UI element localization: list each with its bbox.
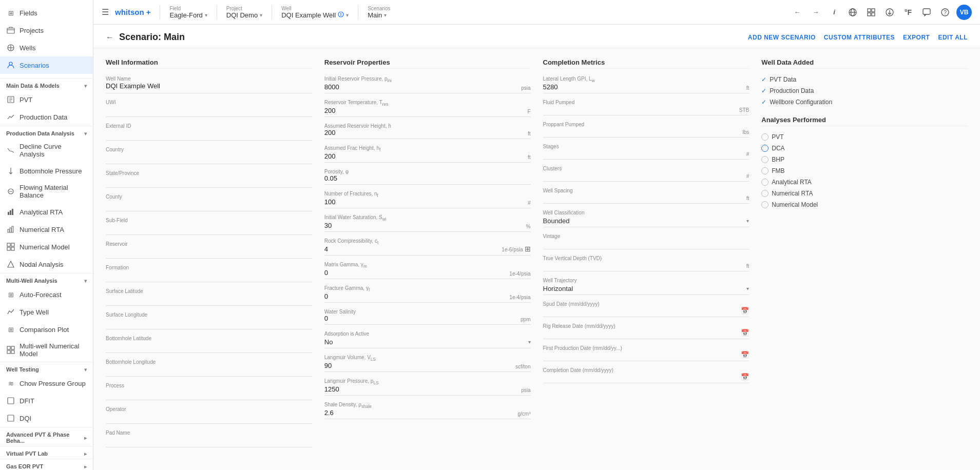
adsorption-dropdown[interactable]: No ▾ <box>324 338 531 348</box>
sidebar-item-scenarios[interactable]: Scenarios <box>0 56 93 74</box>
clusters-value[interactable] <box>543 171 562 179</box>
project-dropdown[interactable]: DQI Demo ▾ <box>226 11 262 19</box>
sidebar-item-nodal-analysis[interactable]: Nodal Analysis <box>0 256 93 273</box>
sidebar-section-main-data-models[interactable]: Main Data & Models ▾ <box>0 79 93 91</box>
sidebar-item-multi-well-numerical[interactable]: Multi-well Numerical Model <box>0 338 93 362</box>
stages-value[interactable] <box>543 149 559 157</box>
well-dropdown-chevron: ▾ <box>346 12 349 18</box>
sidebar-section-well-testing[interactable]: Well Testing ▾ <box>0 362 93 375</box>
well-trajectory-dropdown[interactable]: Horizontal ▾ <box>543 285 750 295</box>
sidebar-item-fields[interactable]: ⊞ Fields <box>0 4 93 22</box>
rig-release-date-value[interactable] <box>543 329 616 337</box>
back-nav-icon[interactable]: ← <box>790 5 804 19</box>
fluid-pumped-value[interactable] <box>543 105 575 113</box>
uwi-value[interactable] <box>106 106 312 117</box>
temperature-icon[interactable]: °F <box>901 5 915 19</box>
operator-value[interactable] <box>106 413 312 424</box>
first-production-date-value[interactable] <box>543 351 622 359</box>
sidebar-item-chow-pressure-group[interactable]: ≋ Chow Pressure Group <box>0 375 93 392</box>
reservoir-value[interactable] <box>106 247 312 259</box>
formation-value[interactable] <box>106 271 312 282</box>
well-dropdown[interactable]: DQI Example Well ▾ <box>281 11 349 19</box>
tvd-value[interactable] <box>543 261 602 269</box>
sidebar-item-analytical-rta[interactable]: Analytical RTA <box>0 203 93 221</box>
rock-compressibility-value[interactable]: 4 <box>324 245 379 253</box>
assumed-reservoir-height-value[interactable]: 200 <box>324 129 391 136</box>
water-salinity-value[interactable]: 0 <box>324 315 356 322</box>
lateral-length-value[interactable]: 5280 <box>543 83 595 91</box>
sidebar-section-production-analysis[interactable]: Production Data Analysis ▾ <box>0 126 93 139</box>
initial-water-saturation-value[interactable]: 30 <box>324 222 387 229</box>
chow-icon: ≋ <box>6 379 15 388</box>
shale-density-value[interactable]: 2.6 <box>324 409 372 417</box>
reservoir-temperature-value[interactable]: 200 <box>324 107 389 114</box>
num-fractures-value[interactable]: 100 <box>324 198 378 206</box>
surface-longitude-value[interactable] <box>106 318 312 329</box>
fracture-gamma-value[interactable]: 0 <box>324 292 370 300</box>
sidebar-item-projects[interactable]: Projects <box>0 22 93 39</box>
custom-attributes-button[interactable]: CUSTOM ATTRIBUTES <box>824 34 895 41</box>
sidebar-section-multi-well[interactable]: Multi-Well Analysis ▾ <box>0 273 93 286</box>
pad-name-value[interactable] <box>106 436 312 447</box>
country-value[interactable] <box>106 153 312 164</box>
chat-icon[interactable] <box>919 5 934 19</box>
download-icon[interactable] <box>882 5 897 19</box>
spud-date-value[interactable] <box>543 307 600 315</box>
edit-all-button[interactable]: EDIT ALL <box>938 34 968 41</box>
page-back-button[interactable]: ← <box>106 33 114 42</box>
sidebar-item-flowing-material-balance[interactable]: Flowing Material Balance <box>0 180 93 203</box>
langmuir-pressure-value[interactable]: 1250 <box>324 385 379 393</box>
first-production-calendar-icon[interactable]: 📅 <box>741 351 749 359</box>
export-button[interactable]: EXPORT <box>903 34 930 41</box>
scenario-dropdown[interactable]: Main ▾ <box>368 11 390 19</box>
sidebar-item-production-data[interactable]: Production Data <box>0 108 93 126</box>
add-new-scenario-button[interactable]: ADD NEW SCENARIO <box>748 34 816 41</box>
spud-date-calendar-icon[interactable]: 📅 <box>741 307 749 315</box>
bottomhole-longitude-value[interactable] <box>106 365 312 377</box>
bottomhole-latitude-value[interactable] <box>106 342 312 353</box>
completion-date-value[interactable] <box>543 373 613 381</box>
matrix-gamma-value[interactable]: 0 <box>324 269 367 277</box>
sidebar-section-virtual-pvt[interactable]: Virtual PVT Lab ▸ <box>0 446 93 459</box>
sidebar-item-auto-forecast[interactable]: ⊞ Auto-Forecast <box>0 286 93 303</box>
sidebar-item-decline-curve-analysis[interactable]: Decline Curve Analysis <box>0 139 93 162</box>
sidebar-item-type-well[interactable]: Type Well <box>0 303 93 321</box>
topbar-actions: ← → i °F ? VB <box>790 5 972 20</box>
initial-reservoir-pressure-value[interactable]: 8000 <box>324 83 392 91</box>
menu-icon[interactable]: ☰ <box>102 7 109 17</box>
well-spacing-value[interactable] <box>543 193 573 201</box>
sidebar-section-gas-eor[interactable]: Gas EOR PVT ▸ <box>0 459 93 470</box>
info-icon[interactable]: i <box>827 5 841 19</box>
completion-date-calendar-icon[interactable]: 📅 <box>741 373 749 381</box>
sidebar-item-comparison-plot[interactable]: ⊞ Comparison Plot <box>0 321 93 338</box>
sidebar-item-dfit[interactable]: DFIT <box>0 392 93 409</box>
forward-nav-icon[interactable]: → <box>809 5 823 19</box>
surface-latitude-value[interactable] <box>106 295 312 306</box>
process-value[interactable] <box>106 389 312 400</box>
state-province-value[interactable] <box>106 177 312 188</box>
porosity-value[interactable]: 0.05 <box>324 174 349 182</box>
user-avatar[interactable]: VB <box>956 5 972 20</box>
rig-release-calendar-icon[interactable]: 📅 <box>741 329 749 337</box>
external-id-value[interactable] <box>106 129 312 141</box>
sidebar-item-bottomhole-pressure[interactable]: Bottomhole Pressure <box>0 162 93 180</box>
sidebar-item-wells[interactable]: Wells <box>0 39 93 56</box>
rock-compressibility-calc-icon[interactable]: ⊞ <box>525 245 531 253</box>
globe-icon[interactable] <box>846 5 860 19</box>
assumed-frac-height-value[interactable]: 200 <box>324 152 381 160</box>
well-name-value[interactable]: DQI Example Well <box>106 82 312 93</box>
sidebar-item-dqi[interactable]: DQI <box>0 409 93 427</box>
field-dropdown[interactable]: Eagle-Ford ▾ <box>169 11 207 19</box>
sidebar-section-advanced-pvt[interactable]: Advanced PVT & Phase Beha... ▸ <box>0 427 93 446</box>
county-value[interactable] <box>106 200 312 211</box>
sidebar-item-numerical-model[interactable]: Numerical Model <box>0 238 93 256</box>
vintage-value[interactable] <box>543 239 561 247</box>
sidebar-item-pvt[interactable]: PVT <box>0 91 93 108</box>
help-icon[interactable]: ? <box>938 5 952 19</box>
well-classification-dropdown[interactable]: Bounded ▾ <box>543 217 750 227</box>
sub-field-value[interactable] <box>106 224 312 235</box>
proppant-pumped-value[interactable] <box>543 127 585 135</box>
langmuir-volume-value[interactable]: 90 <box>324 362 376 369</box>
sidebar-item-numerical-rta[interactable]: Numerical RTA <box>0 221 93 238</box>
grid-icon[interactable] <box>864 5 878 19</box>
